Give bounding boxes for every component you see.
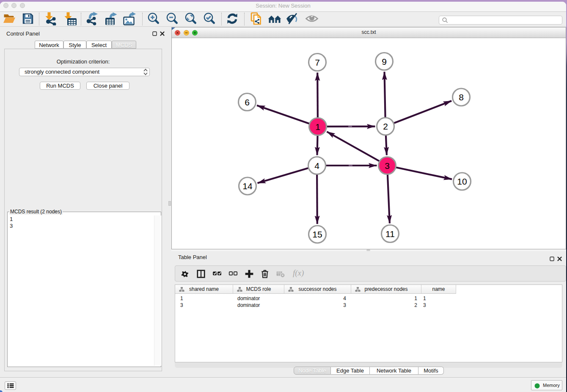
svg-text:2: 2	[383, 121, 388, 131]
svg-text:4: 4	[314, 161, 319, 171]
svg-text:1: 1	[315, 122, 320, 132]
svg-text:9: 9	[382, 57, 387, 66]
svg-text:6: 6	[245, 97, 250, 107]
svg-text:10: 10	[457, 177, 467, 186]
svg-text:7: 7	[315, 58, 320, 67]
svg-text:3: 3	[385, 161, 390, 171]
svg-text:8: 8	[459, 92, 464, 102]
svg-text:15: 15	[312, 229, 322, 239]
svg-text:14: 14	[242, 181, 253, 191]
svg-text:11: 11	[385, 229, 395, 239]
